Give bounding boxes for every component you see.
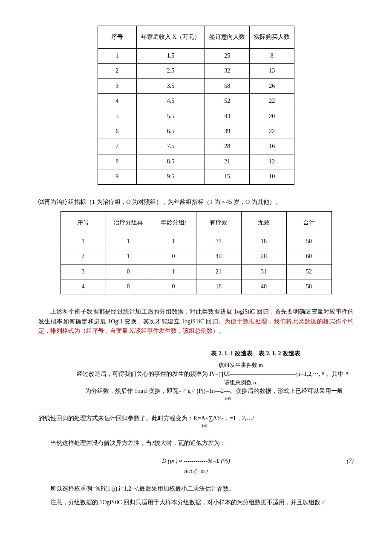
table-cell: 31 [241, 264, 286, 279]
table-cell: 58 [205, 78, 250, 93]
table-header-row: 序号 治疗分组再 年龄分组/ 有疗效 无效 合计 [61, 211, 331, 234]
table-cell: 2.5 [136, 64, 205, 78]
table-cell: 26 [250, 78, 294, 93]
table-cell: 50 [286, 234, 331, 249]
table-cell: 1 [61, 234, 106, 249]
table-cell: 5.5 [136, 109, 205, 124]
table2-body: 111321850210402060301213152400184058 [61, 234, 331, 294]
table-cell: 6.5 [136, 124, 205, 139]
formula-strike: ∏UI [219, 371, 230, 377]
eq-sub: nᵢ πᵢ (\- πᵢ ) [38, 467, 354, 476]
formula-line-1: 经过改造后，可得我们关心的事件的发生的频率为 Pi=∏UI———————————… [77, 369, 354, 378]
formula-pi: Pi= [210, 371, 219, 377]
table-row: 88.52112 [98, 154, 294, 169]
table-cell: 20 [241, 249, 286, 264]
table-cell: 0 [106, 264, 151, 279]
table-cell: 21 [196, 264, 241, 279]
table-cell: 7.5 [136, 139, 205, 154]
table-cell: 32 [205, 64, 250, 78]
table-cell: 0 [151, 249, 196, 264]
table-cell: 1 [98, 49, 136, 64]
col-seq: 序号 [61, 211, 106, 234]
col-effective: 有疗效 [196, 211, 241, 234]
paragraph-6: 注意，分组数据的 1OgiStiC 回归只适用于大样本分组数据，对小样本的为分组… [38, 498, 354, 507]
income-table: 序号 年家庭收入 X（万元） 签订意向人数 实际购买人数 11.525822.5… [98, 26, 295, 185]
table-cell: 58 [286, 279, 331, 294]
formula-prefix: 经过改造后，可得我们关心的事件的发生的频率为 [77, 371, 210, 377]
table-cell: 15 [205, 169, 250, 184]
table-cell: 3 [98, 78, 136, 93]
table-cell: 25 [205, 49, 250, 64]
table-cell: 0 [106, 279, 151, 294]
table-cell: 16 [250, 139, 294, 154]
formula-denominator: 该组总例数 n. [128, 378, 354, 387]
formula-suffix: ———————————/,i=1,2,⋯,〃。其中〃 [230, 371, 350, 377]
table-cell: 4 [61, 279, 106, 294]
table1-body: 11.525822.5321333.5582644.5522255.543206… [98, 49, 294, 185]
table-cell: 6 [98, 124, 136, 139]
table-cell: 4 [98, 94, 136, 109]
table-row: 400184058 [61, 279, 331, 294]
table-row: 301213152 [61, 264, 331, 279]
paragraph-4: 当然这样处理并没有解决异方差性，当?较大时，瓦的近似方差为： [38, 439, 354, 448]
table-cell: 1.5 [136, 49, 205, 64]
table-row: 111321850 [61, 234, 331, 249]
table-cell: 1 [106, 249, 151, 264]
table-cell: 8 [250, 49, 294, 64]
table-cell: 12 [250, 154, 294, 169]
table-cell: 18 [241, 234, 286, 249]
table-row: 66.53922 [98, 124, 294, 139]
col-income: 年家庭收入 X（万元） [136, 26, 205, 49]
formula-sub: I-Pi [102, 395, 354, 402]
treatment-table: 序号 治疗分组再 年龄分组/ 有疗效 无效 合计 111321850210402… [61, 211, 332, 295]
table-row: 55.54320 [98, 109, 294, 124]
col-ineffective: 无效 [241, 211, 286, 234]
table-cell: 0 [151, 279, 196, 294]
paragraph-3: 的线性回归的处理方式来估计回归参数了。此时方程变为：P,=A+∑Λ⅞-，=1，2… [38, 414, 354, 423]
table-cell: 18 [196, 279, 241, 294]
paragraph-1: ⑵再为治疗组指标（1 为治疗组，O 为对照组），为年龄组指标（1 为＞45 岁，… [38, 198, 354, 207]
table-cell: 10 [250, 169, 294, 184]
table-cell: 9.5 [136, 169, 205, 184]
table-row: 210402060 [61, 249, 331, 264]
formula-line-2: 为分组数，然后作 1ogiI 变换，即瓦=〃g〃(Pj)=1n—2—。变换后的数… [85, 386, 354, 395]
col-treat: 治疗分组再 [106, 211, 151, 234]
col-age: 年龄分组/ [151, 211, 196, 234]
table-cell: 8 [98, 154, 136, 169]
table-cell: 13 [250, 64, 294, 78]
table-row: 77.52816 [98, 139, 294, 154]
col-seq: 序号 [98, 26, 136, 49]
table-cell: 21 [205, 154, 250, 169]
table-cell: 2 [98, 64, 136, 78]
table-cell: 8.5 [136, 154, 205, 169]
formula-block-1: 该组发生事件数 m 经过改造后，可得我们关心的事件的发生的频率为 Pi=∏UI—… [77, 361, 354, 402]
paragraph-2: 上述两个例子数据都是经过统计加工后的分组数据，对此类数据进展 1ogiStiC … [38, 307, 354, 336]
table-row: 33.55826 [98, 78, 294, 93]
table-cell: 9 [98, 169, 136, 184]
table-cell: 7 [98, 139, 136, 154]
table-cell: 20 [250, 109, 294, 124]
para3-sub: J=I [55, 422, 354, 430]
col-actual: 实际购买人数 [250, 26, 294, 49]
table-cell: 22 [250, 94, 294, 109]
table-row: 44.55222 [98, 94, 294, 109]
table-cell: 3 [61, 264, 106, 279]
table-cell: 5 [98, 109, 136, 124]
eq-main: D (pᵢ ) ≈ ------------%=£ (%) [162, 458, 230, 464]
table-cell: 1 [106, 234, 151, 249]
table-cell: 39 [205, 124, 250, 139]
table-cell: 40 [196, 249, 241, 264]
table-header-row: 序号 年家庭收入 X（万元） 签订意向人数 实际购买人数 [98, 26, 294, 49]
formula-numerator: 该组发生事件数 m [128, 361, 354, 369]
table-cell: 60 [286, 249, 331, 264]
col-intent: 签订意向人数 [205, 26, 250, 49]
paragraph-5: 所以选择权重例=%Pi(1-p),i=1,2-∙∙/,最后采用加权最小二乘法估计… [38, 484, 354, 494]
table-cell: 22 [250, 124, 294, 139]
table-cell: 1 [151, 234, 196, 249]
table-row: 22.53213 [98, 64, 294, 78]
table-cell: 32 [196, 234, 241, 249]
table-cell: 28 [205, 139, 250, 154]
table-cell: 52 [286, 264, 331, 279]
table-row: 99.51510 [98, 169, 294, 184]
table-cell: 40 [241, 279, 286, 294]
